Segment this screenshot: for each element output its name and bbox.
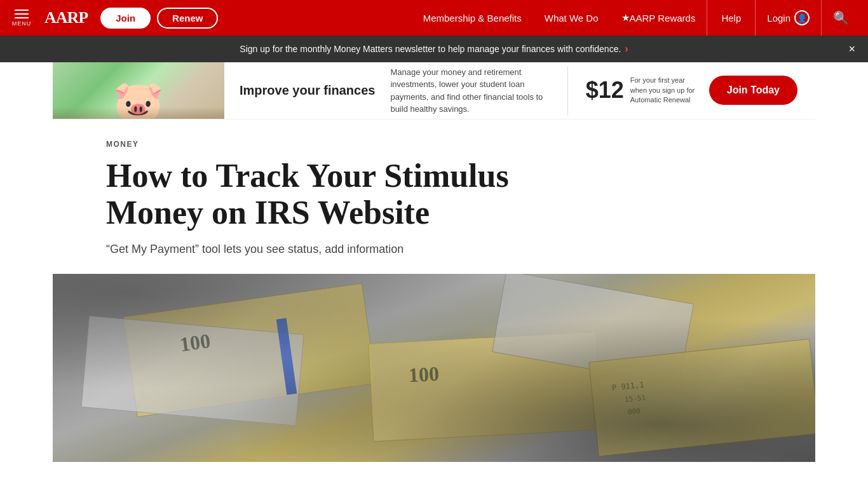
login-icon: 👤 [794,10,810,25]
join-today-button[interactable]: Join Today [709,76,797,105]
promo-heading: Improve your finances [240,83,375,98]
announcement-arrow: › [625,43,628,55]
menu-label: MENU [12,20,32,27]
promo-heading-section: Improve your finances [224,83,390,98]
search-icon: 🔍 [833,11,849,25]
nav-what-we-do[interactable]: What We Do [533,0,610,36]
promo-description-text: Manage your money and retirement investm… [390,66,554,116]
nav-help[interactable]: Help [707,0,755,36]
announcement-bar: Sign up for the monthly Money Matters ne… [0,36,868,62]
article-section: MONEY How to Track Your Stimulus Money o… [53,119,815,256]
nav-membership[interactable]: Membership & Benefits [412,0,533,36]
aarp-logo[interactable]: AARP [44,8,88,27]
nav-links: Membership & Benefits What We Do ★ AARP … [412,0,860,36]
article-subtitle: “Get My Payment” tool lets you see statu… [106,243,762,256]
menu-button[interactable]: MENU [8,10,36,27]
article-hero-image: 100 100 P 911,1 15-51 000 [53,274,815,462]
announcement-close[interactable]: × [848,43,855,56]
promo-cta: $12 For your first year when you sign up… [568,76,815,105]
promo-banner: 🐷 Improve your finances Manage your mone… [53,62,815,119]
renew-button[interactable]: Renew [157,8,218,29]
promo-image: 🐷 [53,62,224,119]
promo-price-note: For your first year when you sign up for… [630,76,700,105]
join-button[interactable]: Join [100,8,151,29]
nav-login[interactable]: Login 👤 [756,0,821,36]
promo-description: Manage your money and retirement investm… [390,66,567,116]
article-category: MONEY [106,140,762,149]
search-button[interactable]: 🔍 [822,10,860,25]
announcement-text: Sign up for the monthly Money Matters ne… [240,44,621,54]
article-title: How to Track Your Stimulus Money on IRS … [106,158,602,231]
promo-price: $12 [586,77,624,104]
nav-rewards[interactable]: ★ AARP Rewards [610,0,707,36]
promo-price-block: $12 For your first year when you sign up… [586,76,700,105]
top-nav: MENU AARP Join Renew Membership & Benefi… [0,0,868,36]
